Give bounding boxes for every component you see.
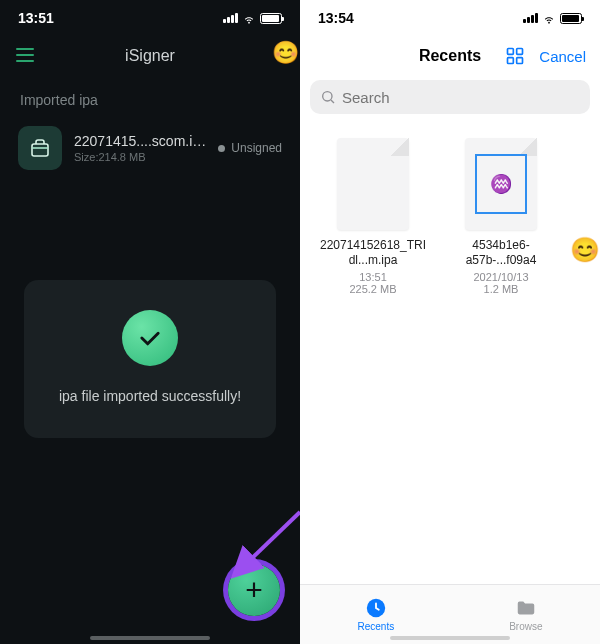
svg-point-6 — [323, 92, 332, 101]
file-status-text: Unsigned — [231, 141, 282, 155]
file-date: 13:51 — [318, 271, 428, 283]
app-title: iSigner — [125, 47, 175, 65]
search-icon — [320, 89, 336, 105]
file-name: 4534b1e6-a57b-...f09a4 — [446, 238, 556, 268]
svg-line-1 — [248, 512, 300, 562]
mascot-emoji: 😊 — [272, 40, 300, 68]
svg-rect-3 — [517, 49, 523, 55]
plus-icon: + — [245, 575, 263, 605]
home-indicator[interactable] — [390, 636, 510, 640]
section-label: Imported ipa — [0, 76, 300, 116]
file-size: 1.2 MB — [446, 283, 556, 295]
add-button[interactable]: + — [228, 564, 280, 616]
file-name: 22071415....scom.ipa — [74, 133, 206, 149]
tab-label: Recents — [357, 621, 394, 632]
checkmark-icon — [122, 310, 178, 366]
status-bar: 13:54 — [300, 0, 600, 36]
tab-bar: Recents Browse — [300, 584, 600, 644]
nav-title: Recents — [419, 47, 481, 65]
file-name: 220714152618_TRIdl...m.ipa — [318, 238, 428, 268]
toast-message: ipa file imported successfully! — [44, 388, 256, 404]
battery-icon — [260, 13, 282, 24]
file-thumbnail: ♒ — [465, 138, 537, 230]
svg-rect-5 — [517, 58, 523, 64]
menu-icon[interactable] — [16, 48, 34, 62]
file-meta: 22071415....scom.ipa Size:214.8 MB — [74, 133, 206, 163]
wifi-icon — [242, 11, 256, 25]
file-status: Unsigned — [218, 141, 282, 155]
home-indicator[interactable] — [90, 636, 210, 640]
view-grid-icon[interactable] — [505, 46, 525, 66]
success-toast: ipa file imported successfully! — [24, 280, 276, 438]
file-icon — [18, 126, 62, 170]
isigner-screen: 13:51 iSigner 😊 Imported ipa 22071415...… — [0, 0, 300, 644]
tab-browse[interactable]: Browse — [509, 597, 542, 632]
status-bar: 13:51 — [0, 0, 300, 36]
signal-icon — [523, 13, 538, 23]
search-bar[interactable] — [310, 80, 590, 114]
clock-icon — [365, 597, 387, 619]
folder-icon — [515, 597, 537, 619]
status-icons — [523, 11, 582, 25]
svg-rect-0 — [32, 144, 48, 156]
search-input[interactable] — [342, 89, 580, 106]
file-size: 225.2 MB — [318, 283, 428, 295]
status-dot-icon — [218, 145, 225, 152]
nav-bar: Recents Cancel — [300, 36, 600, 76]
file-item[interactable]: ♒ 4534b1e6-a57b-...f09a4 2021/10/13 1.2 … — [446, 138, 556, 295]
svg-rect-4 — [508, 58, 514, 64]
files-picker-screen: 13:54 Recents Cancel 220714152618_TRIdl.… — [300, 0, 600, 644]
app-header: iSigner — [0, 36, 300, 76]
tab-recents[interactable]: Recents — [357, 597, 394, 632]
status-time: 13:54 — [318, 10, 354, 26]
tab-label: Browse — [509, 621, 542, 632]
file-thumbnail — [337, 138, 409, 230]
cancel-button[interactable]: Cancel — [539, 48, 586, 65]
signal-icon — [223, 13, 238, 23]
svg-rect-2 — [508, 49, 514, 55]
audio-wave-icon: ♒ — [490, 173, 512, 195]
status-icons — [223, 11, 282, 25]
imported-file-row[interactable]: 22071415....scom.ipa Size:214.8 MB Unsig… — [0, 116, 300, 180]
file-size: Size:214.8 MB — [74, 151, 206, 163]
file-date: 2021/10/13 — [446, 271, 556, 283]
status-time: 13:51 — [18, 10, 54, 26]
battery-icon — [560, 13, 582, 24]
svg-line-7 — [331, 100, 334, 103]
file-item[interactable]: 220714152618_TRIdl...m.ipa 13:51 225.2 M… — [318, 138, 428, 295]
mascot-emoji: 😊 — [570, 236, 600, 264]
wifi-icon — [542, 11, 556, 25]
files-grid: 220714152618_TRIdl...m.ipa 13:51 225.2 M… — [300, 124, 600, 309]
